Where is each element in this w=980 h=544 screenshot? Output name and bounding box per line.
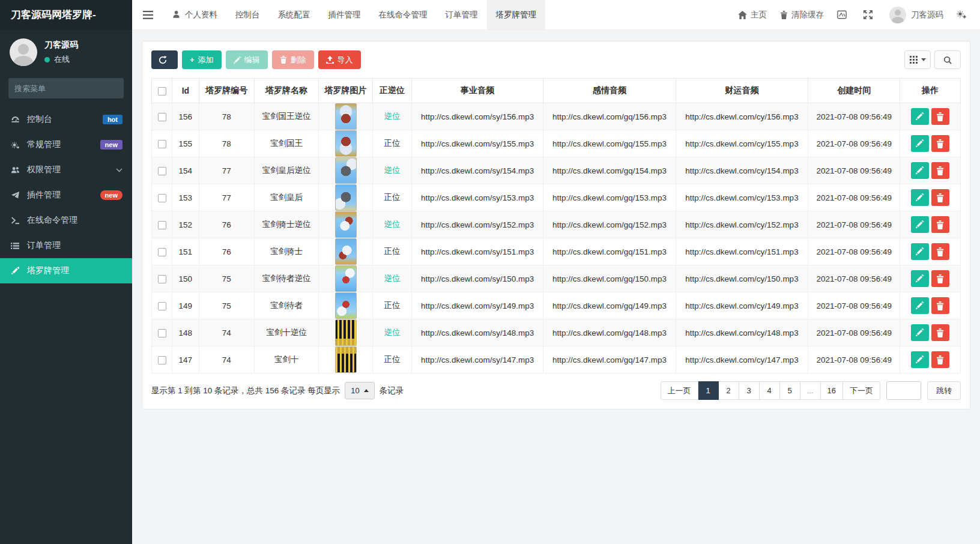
fullscreen-icon[interactable]: [864, 10, 876, 19]
column-header[interactable]: 操作: [900, 79, 961, 103]
search-icon: [943, 56, 952, 64]
row-delete-button[interactable]: [931, 270, 949, 287]
row-checkbox[interactable]: [158, 248, 166, 256]
column-header[interactable]: 塔罗牌图片: [318, 79, 373, 103]
column-header[interactable]: 塔罗牌编号: [199, 79, 255, 103]
row-checkbox[interactable]: [158, 194, 166, 202]
row-delete-button[interactable]: [931, 351, 949, 368]
row-delete-button[interactable]: [931, 216, 949, 233]
row-edit-button[interactable]: [911, 216, 929, 233]
tarot-card-image[interactable]: [335, 346, 357, 373]
page-button-5[interactable]: 5: [780, 381, 800, 400]
row-delete-button[interactable]: [931, 135, 949, 152]
sidebar-item-订单管理[interactable]: 订单管理: [0, 233, 132, 258]
column-header[interactable]: 正逆位: [373, 79, 411, 103]
page-size-select[interactable]: 10: [345, 382, 374, 399]
tarot-card-image[interactable]: [335, 319, 357, 346]
page-button-4[interactable]: 4: [760, 381, 780, 400]
app-logo[interactable]: 刀客源码网塔罗牌-: [0, 0, 132, 30]
settings-gears-icon[interactable]: [957, 10, 970, 19]
tarot-card-image[interactable]: [335, 103, 357, 130]
row-edit-button[interactable]: [911, 108, 929, 125]
page-button-上一页[interactable]: 上一页: [661, 381, 698, 400]
column-header[interactable]: 财运音频: [676, 79, 808, 103]
select-all-checkbox[interactable]: [158, 87, 166, 95]
page-button-1[interactable]: 1: [698, 381, 719, 400]
tarot-card-image[interactable]: [335, 265, 357, 292]
sidebar-search-input[interactable]: [14, 84, 120, 93]
tab-label: 在线命令管理: [379, 10, 428, 20]
import-button[interactable]: 导入: [318, 50, 361, 69]
sidebar-item-控制台[interactable]: 控制台hot: [0, 107, 132, 132]
row-checkbox[interactable]: [158, 167, 166, 175]
topbar-user[interactable]: 刀客源码: [889, 7, 943, 23]
refresh-button[interactable]: [151, 50, 178, 69]
sidebar-item-常规管理[interactable]: 常规管理new: [0, 132, 132, 157]
add-button[interactable]: + 添加: [182, 50, 222, 69]
pencil-icon: [916, 139, 925, 148]
tab-个人资料[interactable]: 个人资料: [163, 0, 226, 29]
home-link[interactable]: 主页: [738, 10, 767, 20]
column-header[interactable]: 创建时间: [808, 79, 900, 103]
column-header[interactable]: 感情音频: [543, 79, 676, 103]
column-header[interactable]: Id: [172, 79, 199, 103]
tarot-card-image[interactable]: [335, 157, 357, 184]
sidebar-item-插件管理[interactable]: 插件管理new: [0, 183, 132, 208]
column-header[interactable]: 事业音频: [411, 79, 543, 103]
row-checkbox[interactable]: [158, 113, 166, 121]
cell-card-number: 75: [199, 292, 255, 319]
tab-在线命令管理[interactable]: 在线命令管理: [370, 0, 437, 29]
sidebar-item-在线命令管理[interactable]: 在线命令管理: [0, 208, 132, 233]
row-delete-button[interactable]: [931, 162, 949, 179]
tab-插件管理[interactable]: 插件管理: [319, 0, 370, 29]
row-checkbox[interactable]: [158, 275, 166, 283]
page-button-16[interactable]: 16: [821, 381, 843, 400]
tarot-card-image[interactable]: [335, 238, 357, 265]
jump-button[interactable]: 跳转: [927, 381, 961, 400]
sidebar-item-塔罗牌管理[interactable]: 塔罗牌管理: [0, 258, 132, 283]
search-button[interactable]: [934, 50, 961, 69]
row-checkbox[interactable]: [158, 140, 166, 148]
row-delete-button[interactable]: [931, 324, 949, 341]
column-header[interactable]: 塔罗牌名称: [255, 79, 319, 103]
row-edit-button[interactable]: [911, 297, 929, 314]
hamburger-icon[interactable]: [132, 0, 163, 29]
page-button-下一页[interactable]: 下一页: [843, 381, 880, 400]
row-edit-button[interactable]: [911, 243, 929, 260]
clear-cache-link[interactable]: 清除缓存: [780, 10, 824, 20]
row-edit-button[interactable]: [911, 324, 929, 341]
row-edit-button[interactable]: [911, 351, 929, 368]
page-button-2[interactable]: 2: [719, 381, 739, 400]
tab-系统配置[interactable]: 系统配置: [269, 0, 319, 29]
tarot-card-image[interactable]: [335, 184, 357, 211]
edit-button[interactable]: 编辑: [226, 50, 268, 69]
row-delete-button[interactable]: [931, 108, 949, 125]
row-checkbox[interactable]: [158, 221, 166, 229]
sidebar-item-权限管理[interactable]: 权限管理: [0, 157, 132, 183]
trash-icon: [936, 193, 945, 202]
row-delete-button[interactable]: [931, 243, 949, 260]
row-edit-button[interactable]: [911, 189, 929, 206]
row-checkbox[interactable]: [158, 356, 166, 364]
tab-塔罗牌管理[interactable]: 塔罗牌管理: [487, 0, 546, 29]
language-icon[interactable]: [837, 10, 850, 19]
avatar: [889, 7, 906, 23]
delete-button[interactable]: 删除: [272, 50, 314, 69]
row-checkbox[interactable]: [158, 329, 166, 337]
tarot-card-image[interactable]: [335, 211, 357, 238]
tarot-card-image[interactable]: [335, 292, 357, 319]
columns-toggle-button[interactable]: [904, 50, 931, 69]
row-checkbox[interactable]: [158, 302, 166, 310]
jump-page-input[interactable]: [886, 381, 921, 400]
tarot-card-image[interactable]: [335, 130, 357, 157]
row-edit-button[interactable]: [911, 135, 929, 152]
row-edit-button[interactable]: [911, 270, 929, 287]
row-edit-button[interactable]: [911, 162, 929, 179]
cell-created-time: 2021-07-08 09:56:49: [808, 184, 900, 211]
row-delete-button[interactable]: [931, 297, 949, 314]
tab-控制台[interactable]: 控制台: [226, 0, 269, 29]
main-content: + 添加 编辑 删除 导入: [132, 30, 980, 544]
page-button-3[interactable]: 3: [739, 381, 760, 400]
tab-订单管理[interactable]: 订单管理: [437, 0, 487, 29]
row-delete-button[interactable]: [931, 189, 949, 206]
